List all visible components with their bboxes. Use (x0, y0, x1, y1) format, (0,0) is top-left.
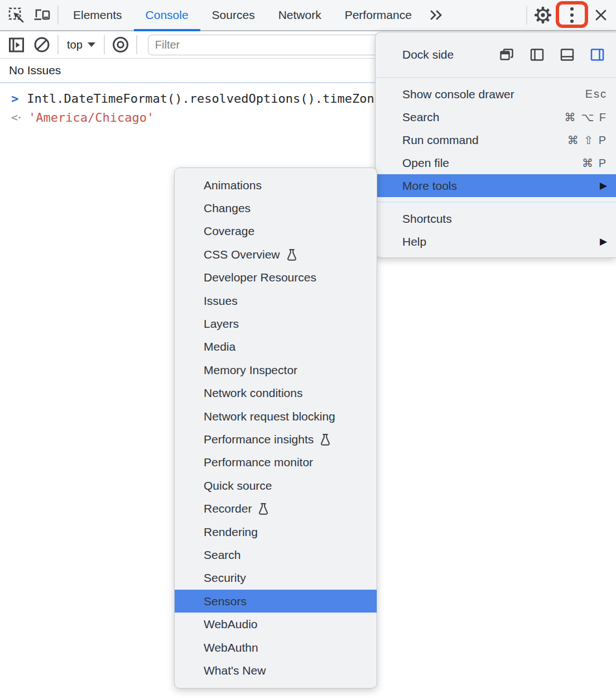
double-chevron-right-icon (428, 7, 445, 23)
clear-console-icon (32, 35, 51, 54)
menu-item-label: Developer Resources (204, 271, 316, 284)
tab-sources[interactable]: Sources (200, 0, 267, 30)
javascript-context-selector[interactable]: top (61, 39, 101, 51)
shortcut-label: ⌘ P (582, 156, 607, 170)
three-dot-menu-icon (570, 7, 574, 23)
submenu-item-quick-source[interactable]: Quick source (175, 474, 377, 497)
submenu-item-sensors[interactable]: Sensors (175, 590, 377, 613)
submenu-item-network-request-blocking[interactable]: Network request blocking (175, 405, 377, 428)
chevron-down-icon (88, 42, 95, 47)
submenu-arrow-icon: ▶ (600, 236, 607, 247)
menu-item-label: Search (402, 111, 440, 124)
issues-bar-text: No Issues (9, 64, 61, 77)
close-devtools-button[interactable] (588, 0, 614, 30)
submenu-item-memory-inspector[interactable]: Memory Inspector (175, 358, 377, 381)
shortcut-label: ⌘ ⌥ F (565, 111, 607, 124)
menu-item-label: What's New (204, 664, 266, 677)
tab-label: Performance (345, 8, 412, 22)
divider (57, 35, 59, 54)
divider (104, 35, 105, 54)
settings-button[interactable] (530, 0, 556, 30)
console-command-text: Intl.DateTimeFormat().resolvedOptions().… (27, 92, 382, 106)
menu-item-label: Memory Inspector (204, 364, 297, 377)
gear-icon (533, 6, 552, 25)
submenu-item-media[interactable]: Media (175, 336, 377, 358)
submenu-item-webaudio[interactable]: WebAudio (175, 613, 377, 635)
menu-item-label: Network conditions (204, 386, 302, 400)
menu-item-shortcuts[interactable]: Shortcuts (376, 207, 616, 230)
menu-item-search[interactable]: Search ⌘ ⌥ F (376, 106, 616, 128)
submenu-item-coverage[interactable]: Coverage (175, 220, 377, 243)
tab-label: Sources (212, 8, 255, 22)
tab-label: Console (146, 8, 189, 22)
submenu-item-rendering[interactable]: Rendering (175, 520, 377, 543)
submenu-item-network-conditions[interactable]: Network conditions (175, 382, 377, 405)
menu-item-more-tools[interactable]: More tools ▶ (376, 174, 616, 197)
menu-item-run-command[interactable]: Run command ⌘ ⇧ P (376, 128, 616, 151)
dock-to-left-icon[interactable] (530, 47, 545, 62)
divider (526, 6, 527, 25)
context-selector-value: top (67, 39, 83, 51)
menu-item-label: Issues (204, 294, 238, 308)
experimental-flask-icon (257, 502, 270, 515)
submenu-item-security[interactable]: Security (175, 567, 377, 590)
dock-to-bottom-icon[interactable] (560, 47, 575, 62)
tab-network[interactable]: Network (267, 0, 333, 30)
submenu-item-developer-resources[interactable]: Developer Resources (175, 266, 377, 289)
experimental-flask-icon (286, 248, 298, 261)
menu-item-label: Coverage (204, 224, 254, 238)
menu-item-label: WebAudio (204, 618, 258, 631)
menu-item-label: Search (204, 548, 241, 562)
menu-item-label: Performance insights (204, 433, 314, 446)
console-prompt-icon: > (11, 92, 18, 106)
inspect-element-button[interactable] (3, 0, 29, 30)
submenu-item-issues[interactable]: Issues (175, 289, 377, 312)
submenu-item-webauthn[interactable]: WebAuthn (175, 636, 377, 659)
submenu-item-changes[interactable]: Changes (175, 197, 377, 219)
console-sidebar-toggle-button[interactable] (3, 36, 29, 54)
customize-menu-button[interactable] (556, 0, 588, 30)
eye-icon (110, 35, 131, 54)
devtools-tab-bar: Elements Console Sources Network Perform… (0, 0, 616, 31)
menu-item-help[interactable]: Help ▶ (376, 230, 616, 253)
tab-elements[interactable]: Elements (61, 0, 134, 30)
dock-side-row: Dock side (376, 37, 616, 73)
shortcut-label: ⌘ ⇧ P (567, 133, 607, 147)
menu-item-label: Media (204, 340, 235, 353)
submenu-arrow-icon: ▶ (600, 180, 607, 192)
divider (136, 35, 137, 54)
menu-item-show-console-drawer[interactable]: Show console drawer Esc (376, 83, 616, 106)
menu-item-open-file[interactable]: Open file ⌘ P (376, 151, 616, 174)
menu-item-label: Layers (204, 317, 239, 331)
submenu-item-performance-insights[interactable]: Performance insights (175, 428, 377, 451)
console-result-text: 'America/Chicago' (28, 111, 154, 125)
device-toolbar-button[interactable] (29, 0, 55, 30)
tab-performance[interactable]: Performance (333, 0, 424, 30)
menu-item-label: CSS Overview (204, 248, 280, 261)
submenu-item-whats-new[interactable]: What's New (175, 659, 377, 682)
more-tabs-button[interactable] (424, 0, 449, 30)
customize-menu: Dock side (375, 32, 616, 258)
tab-label: Network (278, 8, 321, 22)
submenu-item-recorder[interactable]: Recorder (175, 497, 377, 520)
inspect-cursor-icon (7, 6, 25, 24)
tab-console[interactable]: Console (134, 0, 200, 30)
live-expression-button[interactable] (108, 35, 133, 54)
submenu-item-animations[interactable]: Animations (175, 174, 377, 197)
submenu-item-search[interactable]: Search (175, 543, 377, 566)
menu-item-label: Help (402, 235, 426, 248)
menu-separator (376, 77, 616, 78)
submenu-item-performance-monitor[interactable]: Performance monitor (175, 451, 377, 474)
menu-item-label: Run command (402, 133, 479, 147)
submenu-item-css-overview[interactable]: CSS Overview (175, 243, 377, 266)
menu-separator (376, 202, 616, 203)
more-tools-submenu: Animations Changes Coverage CSS Overview… (174, 168, 377, 689)
dock-side-label: Dock side (402, 48, 454, 61)
menu-item-label: Open file (402, 156, 449, 170)
close-icon (593, 7, 609, 23)
submenu-item-layers[interactable]: Layers (175, 312, 377, 335)
return-value-icon: <· (11, 111, 21, 124)
undock-icon[interactable] (499, 47, 514, 62)
clear-console-button[interactable] (29, 35, 55, 54)
dock-to-right-icon[interactable] (590, 47, 605, 62)
